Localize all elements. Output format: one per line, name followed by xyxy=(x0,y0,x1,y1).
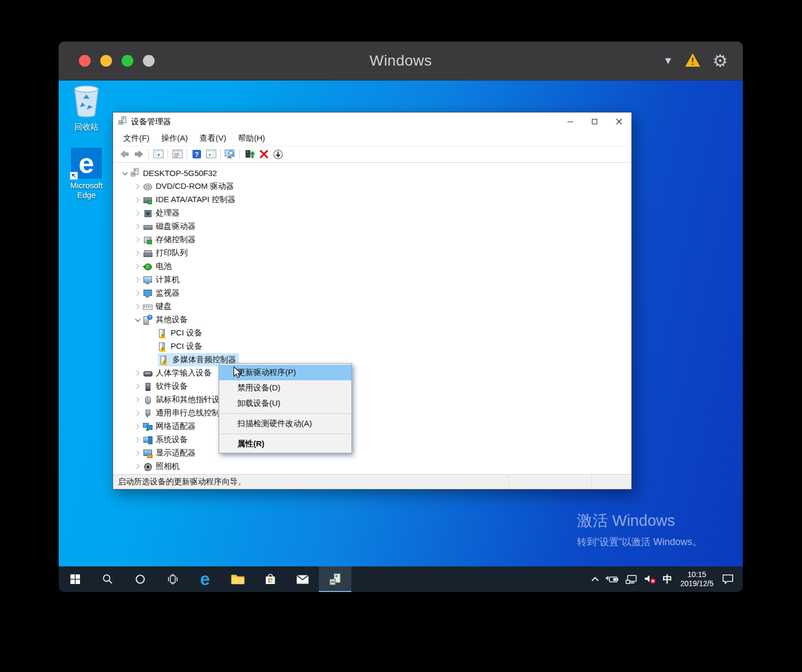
clock[interactable]: 10:15 2019/12/5 xyxy=(680,570,713,588)
search-button[interactable] xyxy=(91,566,124,592)
taskbar-device-manager-button[interactable] xyxy=(319,566,351,592)
window-dropdown-arrow-icon[interactable]: ▼ xyxy=(663,55,673,67)
tree-item[interactable]: DVD/CD-ROM 驱动器 xyxy=(113,180,631,193)
menu-item-properties[interactable]: 属性(R) xyxy=(219,436,351,452)
action-center-icon[interactable] xyxy=(721,573,734,585)
tree-item[interactable]: 显示适配器 xyxy=(113,446,631,460)
desktop-icon-label: Microsoft Edge xyxy=(61,181,112,200)
help-icon[interactable]: ? xyxy=(189,147,204,161)
chevron-down-icon[interactable] xyxy=(132,315,143,325)
scan-hardware-changes-icon[interactable] xyxy=(223,147,237,161)
chevron-right-icon[interactable] xyxy=(132,181,143,192)
device-manager-titlebar[interactable]: 设备管理器 xyxy=(113,113,631,131)
usb-controller-icon xyxy=(143,409,153,418)
storage-controller-icon xyxy=(143,235,153,245)
zoom-traffic-light[interactable] xyxy=(122,55,133,67)
tree-item[interactable]: 电池 xyxy=(113,260,631,273)
chevron-right-icon[interactable] xyxy=(132,248,143,259)
store-button[interactable] xyxy=(254,566,286,592)
chevron-right-icon[interactable] xyxy=(132,421,143,432)
desktop-icon-recycle-bin[interactable]: 回收站 xyxy=(61,85,112,132)
tree-item[interactable]: 监视器 xyxy=(113,286,631,300)
close-button[interactable] xyxy=(607,113,631,131)
menu-view[interactable]: 查看(V) xyxy=(194,131,232,146)
folder-icon xyxy=(231,573,245,585)
show-action-pane-icon[interactable] xyxy=(204,147,218,161)
uninstall-device-icon[interactable] xyxy=(256,147,271,161)
chevron-right-icon[interactable] xyxy=(132,235,143,245)
chevron-right-icon[interactable] xyxy=(132,288,143,299)
tree-item[interactable]: 存储控制器 xyxy=(113,233,631,246)
back-icon[interactable] xyxy=(117,147,132,161)
minimize-traffic-light[interactable] xyxy=(100,55,112,67)
extra-traffic-light[interactable] xyxy=(143,55,155,67)
tree-item[interactable]: 鼠标和其他指针设备 xyxy=(113,393,631,406)
tree-item[interactable]: 照相机 xyxy=(113,460,631,473)
tree-item[interactable]: 计算机 xyxy=(113,273,631,286)
chevron-right-icon[interactable] xyxy=(132,395,143,405)
chevron-right-icon[interactable] xyxy=(132,435,143,445)
mail-button[interactable] xyxy=(286,566,319,592)
network-icon[interactable] xyxy=(625,574,638,585)
chevron-right-icon[interactable] xyxy=(132,461,143,472)
close-traffic-light[interactable] xyxy=(79,55,91,67)
menu-help[interactable]: 帮助(H) xyxy=(232,131,271,146)
minimize-button[interactable] xyxy=(558,113,582,131)
file-explorer-button[interactable] xyxy=(221,566,254,592)
show-console-tree-icon[interactable] xyxy=(151,147,165,161)
task-view-button[interactable] xyxy=(156,566,189,592)
chevron-right-icon[interactable] xyxy=(132,381,143,392)
properties-icon[interactable] xyxy=(170,147,185,161)
vm-window-title: Windows xyxy=(181,52,620,69)
tree-item[interactable]: 人体学输入设备 xyxy=(113,366,631,380)
tree-item[interactable]: 打印队列 xyxy=(113,246,631,260)
chevron-right-icon[interactable] xyxy=(132,208,143,219)
desktop-icon-edge[interactable]: e Microsoft Edge xyxy=(61,148,112,200)
chevron-right-icon[interactable] xyxy=(132,195,143,205)
ime-indicator[interactable]: 中 xyxy=(663,573,672,586)
system-device-icon xyxy=(143,435,153,445)
tree-item[interactable]: 软件设备 xyxy=(113,380,631,393)
camera-icon xyxy=(143,462,153,471)
tree-item[interactable]: PCI 设备 xyxy=(113,340,631,353)
tree-item[interactable]: 处理器 xyxy=(113,206,631,220)
chevron-right-icon[interactable] xyxy=(132,448,143,459)
tree-item[interactable]: 通用串行总线控制器 xyxy=(113,406,631,420)
chevron-right-icon[interactable] xyxy=(132,275,143,285)
mouse-cursor xyxy=(233,366,242,381)
start-button[interactable] xyxy=(59,566,91,592)
warning-triangle-icon[interactable] xyxy=(685,53,701,69)
tree-item-selected[interactable]: 多媒体音频控制器 xyxy=(113,353,631,366)
tree-item[interactable]: 磁盘驱动器 xyxy=(113,220,631,233)
tree-item[interactable]: IDE ATA/ATAPI 控制器 xyxy=(113,193,631,206)
volume-muted-icon[interactable] xyxy=(644,574,657,585)
tree-item[interactable]: 键盘 xyxy=(113,300,631,313)
tree-item-other-devices[interactable]: 其他设备 xyxy=(113,313,631,326)
chevron-right-icon[interactable] xyxy=(132,301,143,312)
tree-item[interactable]: 网络适配器 xyxy=(113,420,631,433)
menu-item-scan-hardware[interactable]: 扫描检测硬件改动(A) xyxy=(219,416,351,431)
update-driver-icon[interactable] xyxy=(242,147,256,161)
cortana-button[interactable] xyxy=(124,566,156,592)
maximize-button[interactable] xyxy=(582,113,607,131)
menu-file[interactable]: 文件(F) xyxy=(117,131,155,146)
context-menu: 更新驱动程序(P) 禁用设备(D) 卸载设备(U) 扫描检测硬件改动(A) 属性… xyxy=(219,363,352,453)
chevron-right-icon[interactable] xyxy=(132,261,143,272)
chevron-right-icon[interactable] xyxy=(132,221,143,232)
chevron-down-icon[interactable] xyxy=(119,168,130,179)
disable-device-icon[interactable] xyxy=(271,147,285,161)
menu-item-update-driver[interactable]: 更新驱动程序(P) xyxy=(219,365,351,380)
menu-item-disable-device[interactable]: 禁用设备(D) xyxy=(219,380,351,396)
hidden-icons-chevron[interactable] xyxy=(591,575,599,583)
forward-icon[interactable] xyxy=(132,147,146,161)
chevron-right-icon[interactable] xyxy=(132,368,143,379)
tree-item-computer[interactable]: DESKTOP-5G50F32 xyxy=(113,166,631,180)
tree-item[interactable]: PCI 设备 xyxy=(113,326,631,340)
menu-action[interactable]: 操作(A) xyxy=(155,131,194,146)
chevron-right-icon[interactable] xyxy=(132,408,143,419)
tree-item[interactable]: 系统设备 xyxy=(113,433,631,446)
power-plug-icon[interactable] xyxy=(605,574,619,584)
taskbar-edge-button[interactable]: e xyxy=(189,566,221,592)
settings-gear-icon[interactable]: ⚙ xyxy=(712,52,728,69)
menu-item-uninstall-device[interactable]: 卸载设备(U) xyxy=(219,396,351,411)
